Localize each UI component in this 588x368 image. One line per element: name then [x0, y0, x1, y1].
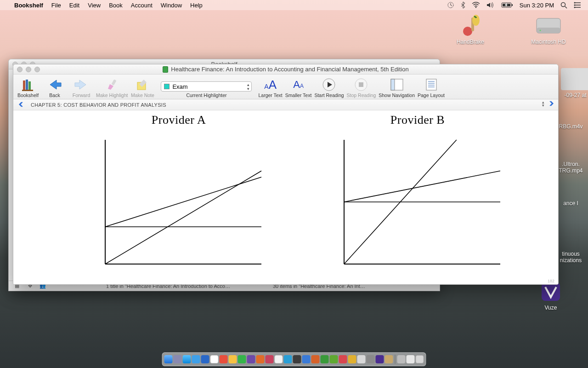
svg-rect-21 — [26, 80, 28, 90]
dock-app[interactable] — [256, 355, 265, 363]
toolbar-label: Forward — [73, 92, 90, 98]
dock-word[interactable] — [302, 355, 311, 363]
dock-app[interactable] — [284, 355, 292, 363]
dock-app[interactable] — [348, 355, 356, 363]
desktop-icon-macintosh-hd[interactable]: Macintosh HD — [528, 15, 569, 45]
menu-book[interactable]: Book — [105, 2, 127, 9]
dock-appstore[interactable] — [201, 355, 209, 363]
dock-app[interactable] — [339, 355, 347, 363]
toolbar-label: Make Highlight — [96, 92, 128, 98]
svg-rect-23 — [22, 90, 33, 91]
zoom-button[interactable] — [34, 67, 40, 72]
highlighter-selector-group: Exam ▴▾ Current Highlighter — [161, 81, 252, 98]
larger-text-icon: AA — [264, 77, 277, 92]
dock-app[interactable] — [385, 355, 393, 363]
page-layout-button[interactable]: Page Layout — [418, 77, 445, 98]
desktop-icon-handbrake[interactable]: HandBrake — [450, 15, 491, 45]
close-button[interactable] — [17, 67, 23, 72]
dock-trash[interactable] — [416, 355, 424, 363]
forward-button[interactable]: Forward — [69, 77, 93, 98]
next-chapter-button[interactable] — [546, 100, 555, 108]
dock-finder[interactable] — [164, 355, 173, 363]
make-highlight-button[interactable]: Make Highlight — [96, 77, 128, 98]
chapter-selector-icon[interactable]: ▴▾ — [542, 101, 544, 107]
start-reading-button[interactable]: Start Reading — [314, 77, 344, 98]
chart-plot — [326, 131, 509, 273]
bookshelf-button[interactable]: Bookshelf — [16, 77, 40, 98]
menubar-right: Sun 3:20 PM — [444, 1, 584, 9]
toolbar-label: Start Reading — [314, 92, 344, 98]
dock-messages[interactable] — [238, 355, 246, 363]
toolbar-label: Show Navigation — [379, 92, 415, 98]
menubar-app-name[interactable]: Bookshelf — [10, 2, 47, 9]
smaller-text-button[interactable]: AA Smaller Text — [285, 77, 312, 98]
harddrive-icon — [534, 15, 563, 37]
dock-app[interactable] — [330, 355, 338, 363]
menu-account[interactable]: Account — [127, 2, 157, 9]
svg-line-6 — [565, 6, 567, 8]
make-note-button[interactable]: Make Note — [130, 77, 154, 98]
chart-title: Provider A — [87, 113, 271, 127]
dock-app[interactable] — [407, 355, 415, 363]
menu-file[interactable]: File — [47, 2, 65, 9]
minimize-button[interactable] — [26, 67, 31, 72]
dock-powerpoint[interactable] — [311, 355, 320, 363]
menu-edit[interactable]: Edit — [65, 2, 84, 9]
dock-calendar[interactable] — [210, 355, 219, 363]
smaller-text-icon: AA — [293, 77, 304, 92]
battery-icon[interactable] — [498, 2, 516, 8]
wifi-icon[interactable] — [469, 2, 483, 8]
notification-center-icon[interactable] — [571, 2, 584, 8]
dock-app[interactable] — [174, 355, 182, 363]
desktop-icon-label: nizations — [554, 257, 588, 264]
dock-app[interactable] — [247, 355, 255, 363]
desktop-icon-ultron[interactable]: .Ultron.TRG.mp4 — [554, 161, 588, 174]
desktop-icon-rgb[interactable]: RBG.m4v — [554, 123, 588, 130]
back-button[interactable]: Back — [43, 77, 67, 98]
desktop-icon-label: -09-27 at — [558, 92, 588, 98]
svg-rect-28 — [359, 82, 363, 87]
dock-mail[interactable] — [192, 355, 200, 363]
larger-text-button[interactable]: AA Larger Text — [258, 77, 282, 98]
reader-window: Healthcare Finance: An Introduction to A… — [13, 64, 559, 285]
desktop-icon-label: HandBrake — [450, 39, 491, 45]
dock — [162, 352, 426, 366]
book-icon — [163, 66, 168, 73]
dock-app[interactable] — [357, 355, 366, 363]
dock-itunes[interactable] — [266, 355, 274, 363]
desktop-icon-continuous[interactable]: tinuousnizations — [554, 251, 588, 264]
toolbar-label: Larger Text — [258, 92, 282, 98]
highlighter-swatch — [164, 84, 170, 89]
dock-app[interactable] — [275, 355, 283, 363]
svg-point-12 — [574, 7, 576, 8]
desktop-icon-label: RBG.m4v — [554, 123, 588, 130]
desktop-icon-label: .Ultron. — [554, 161, 588, 167]
dock-app[interactable] — [220, 355, 228, 363]
bluetooth-icon[interactable] — [458, 1, 469, 9]
dock-vuze[interactable] — [376, 355, 384, 363]
dock-safari[interactable] — [183, 355, 191, 363]
prev-chapter-button[interactable] — [17, 101, 26, 109]
dock-settings[interactable] — [367, 355, 375, 363]
desktop-icon-finance[interactable]: ance I — [554, 200, 588, 207]
desktop-icon-vuze[interactable]: Vuze — [531, 281, 571, 311]
reader-titlebar[interactable]: Healthcare Finance: An Introduction to A… — [13, 64, 558, 75]
menu-help[interactable]: Help — [186, 2, 207, 9]
show-navigation-button[interactable]: Show Navigation — [379, 77, 415, 98]
dock-excel[interactable] — [321, 355, 329, 363]
volume-icon[interactable] — [483, 2, 498, 8]
spotlight-icon[interactable] — [557, 2, 571, 9]
menu-view[interactable]: View — [84, 2, 105, 9]
reader-content[interactable]: Provider A Provider B 182 — [13, 110, 558, 284]
dock-app[interactable] — [229, 355, 237, 363]
page-layout-icon — [424, 77, 438, 92]
desktop-icon-partial-date[interactable]: -09-27 at — [558, 68, 588, 98]
dock-app[interactable] — [293, 355, 301, 363]
menu-window[interactable]: Window — [157, 2, 186, 9]
dock-app[interactable] — [397, 355, 406, 363]
highlighter-select[interactable]: Exam ▴▾ — [161, 81, 252, 92]
timemachine-icon[interactable] — [444, 1, 458, 9]
clock[interactable]: Sun 3:20 PM — [516, 2, 557, 9]
stop-reading-button[interactable]: Stop Reading — [347, 77, 376, 98]
page-number: 182 — [548, 279, 554, 283]
